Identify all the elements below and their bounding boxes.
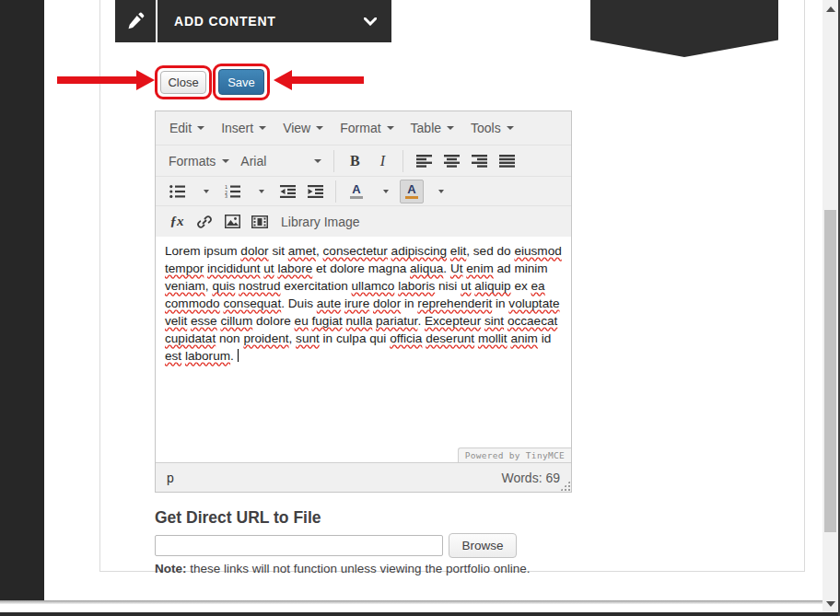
background-color-caret[interactable] — [427, 180, 451, 203]
save-button[interactable]: Save — [218, 69, 264, 95]
direct-url-heading: Get Direct URL to File — [155, 508, 321, 528]
caret-icon — [387, 126, 394, 130]
formats-dropdown[interactable]: Formats — [163, 150, 235, 172]
word-count: Words: 69 — [501, 471, 560, 485]
menu-edit[interactable]: Edit — [161, 113, 213, 143]
editor-content-area[interactable]: Lorem ipsum dolor sit amet, consectetur … — [156, 237, 571, 462]
menu-tools[interactable]: Tools — [462, 113, 522, 143]
page: ADD CONTENT Close Save Edit Insert View … — [0, 0, 840, 616]
numbered-list-button[interactable]: 123 — [220, 180, 244, 203]
pencil-icon — [115, 0, 156, 42]
align-justify-button[interactable] — [495, 149, 519, 173]
caret-icon — [316, 126, 323, 130]
align-left-button[interactable] — [412, 149, 436, 173]
scrollbar-thumb[interactable] — [824, 210, 836, 532]
formula-button[interactable]: ƒx — [165, 210, 189, 234]
media-button[interactable] — [248, 210, 272, 234]
tinymce-editor: Edit Insert View Format Table Tools Form… — [155, 110, 572, 493]
caret-icon — [222, 159, 229, 163]
text-color-button[interactable]: A — [344, 180, 368, 203]
library-image-button[interactable]: Library Image — [274, 215, 368, 229]
left-dark-sidebar — [0, 0, 44, 601]
align-center-button[interactable] — [439, 149, 463, 173]
toolbar-row-1: Formats Arial B I — [156, 145, 571, 177]
scroll-up-icon[interactable] — [826, 6, 835, 12]
italic-button[interactable]: I — [370, 149, 394, 173]
bold-button[interactable]: B — [343, 149, 367, 173]
caret-icon — [259, 126, 266, 130]
editor-menubar: Edit Insert View Format Table Tools — [156, 111, 571, 145]
toolbar-row-2: 123 A A — [156, 177, 571, 206]
scroll-down-icon[interactable] — [826, 601, 835, 607]
direct-url-input[interactable] — [155, 535, 443, 556]
annotation-arrow-right — [274, 70, 364, 90]
caret-icon — [197, 126, 204, 130]
indent-button[interactable] — [303, 180, 327, 203]
bottom-divider — [0, 600, 822, 604]
caret-icon — [507, 126, 514, 130]
bullet-list-button[interactable] — [165, 180, 189, 203]
tinymce-branding[interactable]: Powered by TinyMCE — [458, 447, 571, 462]
caret-icon — [447, 126, 454, 130]
toolbar-separator — [402, 150, 403, 172]
close-annotation-box: Close — [155, 65, 212, 99]
annotation-arrow-left — [57, 70, 155, 90]
save-annotation-box: Save — [213, 64, 270, 100]
text-cursor — [238, 349, 239, 362]
chevron-down-icon[interactable] — [364, 17, 377, 26]
background-color-button[interactable]: A — [400, 180, 424, 203]
menu-format[interactable]: Format — [332, 113, 402, 143]
text-color-caret[interactable] — [372, 180, 396, 203]
window-bottom-edge — [0, 612, 840, 616]
outdent-button[interactable] — [275, 180, 299, 203]
align-right-button[interactable] — [467, 149, 491, 173]
add-content-header[interactable]: ADD CONTENT — [115, 0, 391, 42]
menu-view[interactable]: View — [274, 113, 332, 143]
note-text: Note: these links will not function unle… — [155, 562, 530, 575]
numbered-list-caret[interactable] — [248, 180, 272, 203]
font-family-dropdown[interactable]: Arial — [235, 150, 327, 172]
vertical-scrollbar[interactable] — [822, 0, 838, 612]
caret-icon — [314, 159, 321, 163]
menu-insert[interactable]: Insert — [213, 113, 274, 143]
image-button[interactable] — [220, 210, 244, 234]
editor-content-text[interactable]: Lorem ipsum dolor sit amet, consectetur … — [156, 237, 571, 365]
close-button[interactable]: Close — [160, 71, 206, 94]
note-label: Note: — [155, 562, 187, 575]
link-button[interactable] — [192, 210, 216, 234]
element-path[interactable]: p — [167, 471, 174, 485]
browse-button[interactable]: Browse — [449, 533, 517, 558]
resize-grip-icon[interactable] — [560, 481, 570, 491]
bullet-list-caret[interactable] — [192, 180, 216, 203]
toolbar-separator — [335, 180, 336, 203]
menu-table[interactable]: Table — [402, 113, 462, 143]
svg-text:3: 3 — [225, 193, 228, 198]
toolbar-row-3: ƒx Library Image — [156, 206, 571, 237]
header-title: ADD CONTENT — [158, 14, 364, 29]
toolbar-separator — [333, 150, 334, 172]
editor-statusbar: p Words: 69 — [156, 462, 571, 492]
